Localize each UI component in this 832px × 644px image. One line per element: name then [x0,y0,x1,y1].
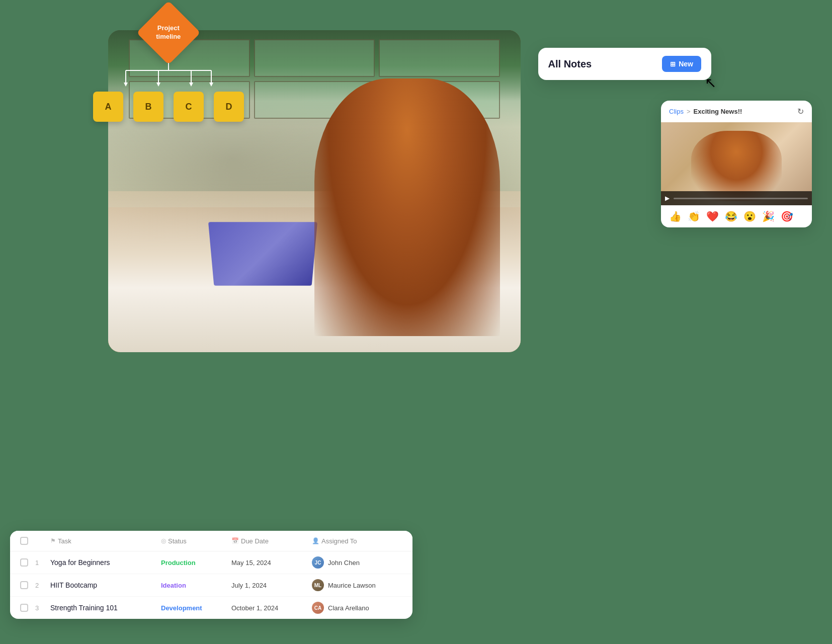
progress-bar[interactable] [674,198,808,199]
task-node-b[interactable]: B [133,92,163,122]
row-assignee: CA Clara Arellano [312,602,402,614]
row-status: Ideation [161,580,231,591]
row-task: Strength Training 101 [50,604,161,612]
cursor-arrow: ↖ [705,74,716,91]
emoji-party[interactable]: 🎉 [762,210,775,222]
row-status: Development [161,603,231,613]
clips-header: Clips > Exciting News!! ↻ [661,101,812,122]
row-checkbox[interactable] [20,581,35,589]
person-icon: 👤 [312,537,319,544]
row-due-date: October 1, 2024 [231,604,312,612]
project-timeline-label: Projecttimeline [156,24,181,41]
video-controls: ▶ [661,191,812,205]
status-icon: ◎ [161,537,166,544]
new-button[interactable]: ⊞ New [662,56,701,72]
video-person [691,131,782,201]
emoji-clap[interactable]: 👏 [688,210,700,222]
table-header-due-date: 📅 Due Date [231,537,312,545]
row-checkbox[interactable] [20,558,35,567]
video-container[interactable]: ▶ [661,122,812,205]
clips-current-page: Exciting News!! [694,108,742,115]
clips-breadcrumb: Clips > Exciting News!! [669,108,742,115]
emoji-target[interactable]: 🎯 [781,210,793,222]
task-node-a[interactable]: A [93,92,123,122]
avatar: CA [312,602,324,614]
row-num: 2 [35,582,50,589]
all-notes-title: All Notes [548,58,592,70]
svg-marker-9 [209,83,213,87]
emoji-bar: 👍 👏 ❤️ 😂 😮 🎉 🎯 [661,205,812,227]
table-header-status: ◎ Status [161,537,231,545]
row-due-date: May 15, 2024 [231,559,312,567]
play-icon[interactable]: ▶ [665,195,670,202]
clips-link[interactable]: Clips [669,108,684,115]
row-task: HIIT Bootcamp [50,581,161,589]
table-header-checkbox [20,537,35,545]
calendar-icon: 📅 [231,537,239,544]
emoji-heart[interactable]: ❤️ [706,210,719,222]
svg-marker-7 [156,83,160,87]
row-status: Production [161,557,231,568]
new-button-icon: ⊞ [670,60,676,68]
clips-widget: Clips > Exciting News!! ↻ ▶ 👍 👏 ❤️ 😂 😮 🎉… [661,101,812,227]
task-node-d[interactable]: D [214,92,244,122]
emoji-wow[interactable]: 😮 [743,210,756,222]
avatar: JC [312,556,324,569]
refresh-icon[interactable]: ↻ [797,107,804,116]
row-assignee: ML Maurice Lawson [312,579,402,591]
table-header-assigned-to: 👤 Assigned To [312,537,402,545]
table-row[interactable]: 2 HIIT Bootcamp Ideation July 1, 2024 ML… [10,574,412,597]
table-row[interactable]: 3 Strength Training 101 Development Octo… [10,597,412,619]
row-due-date: July 1, 2024 [231,582,312,589]
emoji-laugh[interactable]: 😂 [725,210,737,222]
breadcrumb-separator: > [687,108,691,115]
task-node-c[interactable]: C [174,92,204,122]
task-nodes: A B C D [93,92,244,122]
svg-marker-6 [124,83,128,87]
table-row[interactable]: 1 Yoga for Beginners Production May 15, … [10,551,412,574]
table-header-task: ⚑ Task [50,537,161,545]
project-timeline: Projecttimeline A B C D [93,10,244,122]
task-icon: ⚑ [50,537,56,544]
row-assignee: JC John Chen [312,556,402,569]
all-notes-widget: All Notes ⊞ New [538,48,711,80]
task-table-widget: ⚑ Task ◎ Status 📅 Due Date 👤 Assigned To… [10,531,412,619]
svg-marker-8 [189,83,193,87]
row-task: Yoga for Beginners [50,558,161,567]
table-header: ⚑ Task ◎ Status 📅 Due Date 👤 Assigned To [10,531,412,551]
row-num: 3 [35,604,50,612]
row-num: 1 [35,559,50,567]
row-checkbox[interactable] [20,604,35,612]
emoji-thumbsup[interactable]: 👍 [669,210,682,222]
avatar: ML [312,579,324,591]
new-button-label: New [679,60,693,68]
